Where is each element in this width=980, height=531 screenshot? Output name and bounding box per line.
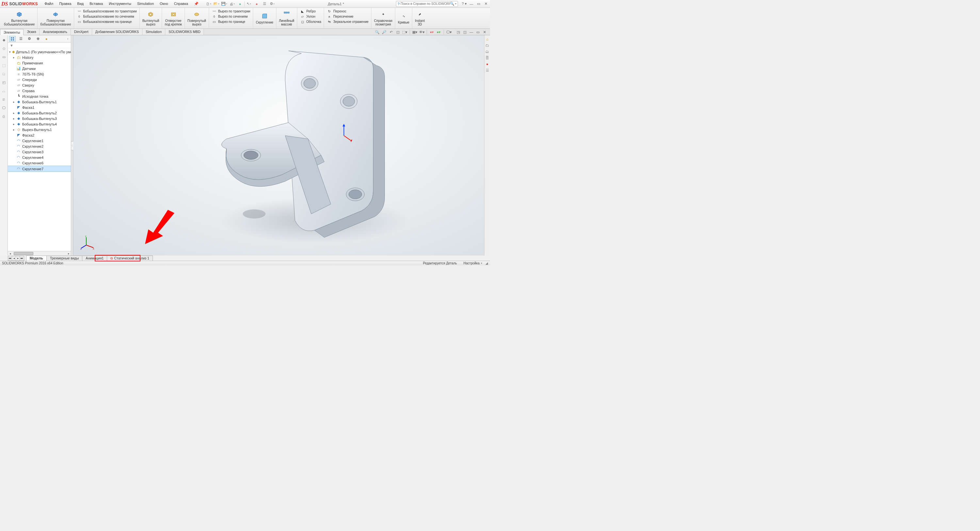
draft-button[interactable]: ▱Уклон: [300, 14, 315, 19]
tree-item[interactable]: ◠Скругление6: [8, 160, 71, 166]
doc-maximize-button[interactable]: ▭: [475, 29, 481, 35]
hide-show-icon[interactable]: 👁▾: [419, 29, 425, 35]
section-view-icon[interactable]: ◫: [395, 29, 401, 35]
fm-tab-overflow[interactable]: ›: [66, 37, 70, 40]
tree-item[interactable]: ◠Скругление2: [8, 144, 71, 149]
help-dropdown-button[interactable]: ? ▾: [461, 1, 467, 6]
fm-tab-property[interactable]: ☰: [18, 36, 24, 42]
tree-item[interactable]: ▸◆Бобышка-Вытянуть2: [8, 110, 71, 116]
zoom-fit-icon[interactable]: 🔍: [374, 29, 380, 35]
tree-item[interactable]: ▱Спереди: [8, 77, 71, 82]
taskpane-home-icon[interactable]: ⌂: [485, 37, 490, 42]
tree-item[interactable]: ◠Скругление1: [8, 138, 71, 144]
extruded-cut-button[interactable]: Вытянутый вырез: [142, 10, 159, 26]
fm-tab-dimxpert[interactable]: ⊕: [35, 36, 41, 42]
mirror-button[interactable]: ⇋Зеркальное отражение: [327, 20, 369, 24]
rail-icon-3[interactable]: ▭: [1, 54, 6, 59]
doc-tile-icon[interactable]: ◫: [462, 29, 468, 35]
taskpane-appearance-icon[interactable]: ●: [485, 61, 490, 67]
menu-file[interactable]: Файл: [42, 1, 56, 7]
search-icon[interactable]: 🔍: [450, 2, 454, 6]
help-search-input[interactable]: [401, 2, 450, 6]
options-gear-button[interactable]: ⚙▾: [269, 1, 276, 7]
tree-item[interactable]: ≡7075-T6 (SN): [8, 71, 71, 77]
rebuild2-button[interactable]: ●: [253, 1, 260, 7]
tab-features[interactable]: Элементы: [0, 29, 24, 35]
feature-tree[interactable]: ▾ ◆ Деталь1 (По умолчанию<<По умолчан ▸🗀…: [8, 48, 71, 251]
options-list-button[interactable]: ☰: [261, 1, 268, 7]
revolved-cut-button[interactable]: Повернутый вырез: [188, 10, 206, 26]
nav-first-icon[interactable]: ⏮: [8, 256, 12, 260]
rail-icon-1[interactable]: ◆: [1, 37, 6, 43]
tree-item[interactable]: ▸◆Бобышка-Вытянуть4: [8, 121, 71, 127]
tree-item[interactable]: ▸◆Бобышка-Вытянуть3: [8, 116, 71, 121]
nav-prev-icon[interactable]: ◂: [12, 256, 16, 260]
lofted-cut-button[interactable]: ◊Вырез по сечениям: [212, 14, 248, 19]
taskpane-explorer-icon[interactable]: 🗄: [485, 55, 490, 61]
ref-geometry-button[interactable]: ✦Справочная геометрия: [374, 10, 392, 26]
caret-icon[interactable]: ▸: [13, 56, 15, 59]
boundary-boss-button[interactable]: ▭Бобышка/основание на границе: [77, 20, 132, 24]
rail-icon-6[interactable]: ◰: [1, 80, 6, 85]
tree-item[interactable]: ◠Скругление7: [8, 166, 71, 172]
swept-boss-button[interactable]: 〰Бобышка/основание по траектории: [77, 9, 137, 14]
linear-pattern-button[interactable]: Линейный массив: [279, 10, 294, 26]
appearance-icon[interactable]: ●▾: [429, 29, 435, 35]
minimize-button[interactable]: —: [468, 1, 474, 6]
tab-simulation[interactable]: Simulation: [142, 29, 165, 35]
fm-filter-row[interactable]: ▼: [8, 43, 71, 48]
swept-cut-button[interactable]: 〰Вырез по траектории: [212, 9, 250, 14]
nav-last-icon[interactable]: ⏭: [20, 256, 24, 260]
doc-cascade-icon[interactable]: ◳: [455, 29, 461, 35]
curves-button[interactable]: ∿Кривые: [398, 12, 409, 24]
tab-mbd[interactable]: SOLIDWORKS MBD: [165, 29, 204, 35]
menu-simulation[interactable]: Simulation: [135, 1, 156, 7]
maximize-button[interactable]: ▭: [476, 1, 482, 6]
hole-wizard-button[interactable]: Отверстие под крепеж: [165, 10, 181, 26]
tab-animation[interactable]: Анимация1: [82, 255, 107, 261]
view-settings-icon[interactable]: 🖵▾: [446, 29, 452, 35]
status-dropdown-icon[interactable]: ▾: [481, 262, 482, 265]
menu-pin-icon[interactable]: 📌: [191, 1, 201, 7]
intersect-button[interactable]: ⩀Пересечение: [327, 14, 353, 19]
menu-help[interactable]: Справка: [172, 1, 191, 7]
rebuild-button[interactable]: ●: [237, 1, 244, 7]
doc-minimize-button[interactable]: —: [468, 29, 474, 35]
help-search[interactable]: ? 🔍 ▾: [396, 1, 458, 7]
taskpane-design-lib-icon[interactable]: 🗂: [485, 49, 490, 54]
tree-item[interactable]: ◠Скругление4: [8, 155, 71, 160]
fm-tab-display[interactable]: ●: [43, 36, 50, 42]
tree-item[interactable]: 📊Датчики: [8, 66, 71, 71]
scroll-right-icon[interactable]: ▸: [66, 252, 71, 255]
fm-hscrollbar[interactable]: ◂ ▸: [8, 251, 71, 255]
graphics-viewport[interactable]: Y X Z: [73, 35, 484, 255]
prev-view-icon[interactable]: ↶: [388, 29, 394, 35]
lofted-boss-button[interactable]: ◊Бобышка/основание по сечениям: [77, 14, 134, 19]
caret-icon[interactable]: ▸: [13, 100, 15, 104]
doc-close-button[interactable]: ✕: [482, 29, 487, 35]
taskpane-resources-icon[interactable]: 🗀: [485, 43, 490, 48]
rail-icon-8[interactable]: ⎚: [1, 97, 6, 102]
display-style-icon[interactable]: ▦▾: [412, 29, 418, 35]
rail-icon-10[interactable]: ⎙: [1, 114, 6, 119]
print-button[interactable]: 🖨▾: [229, 1, 236, 7]
tab-sketch[interactable]: Эскиз: [24, 29, 40, 35]
select-button[interactable]: ↖▾: [245, 1, 253, 7]
search-dropdown-icon[interactable]: ▾: [455, 2, 457, 5]
scroll-thumb[interactable]: [14, 252, 33, 255]
rail-icon-4[interactable]: ⬚: [1, 63, 6, 68]
tree-item[interactable]: ◤Фаска2: [8, 132, 71, 138]
tree-item[interactable]: 🗀Примечания: [8, 60, 71, 66]
menu-insert[interactable]: Вставка: [87, 1, 105, 7]
tree-item[interactable]: ▸🗀History: [8, 54, 71, 60]
rail-icon-2[interactable]: ◇: [1, 46, 6, 51]
shell-button[interactable]: ◻Оболочка: [300, 20, 321, 24]
extruded-boss-button[interactable]: Вытянутая бобышка/основание: [4, 10, 35, 26]
tab-static-study[interactable]: ⧉ Статический анализ 1: [107, 255, 153, 261]
rail-icon-7[interactable]: ⌓: [1, 88, 6, 94]
fm-tab-tree[interactable]: [9, 36, 16, 42]
tree-item[interactable]: ◠Скругление3: [8, 149, 71, 155]
caret-icon[interactable]: ▸: [13, 123, 15, 126]
menu-edit[interactable]: Правка: [57, 1, 74, 7]
taskpane-properties-icon[interactable]: ☰: [485, 68, 490, 73]
